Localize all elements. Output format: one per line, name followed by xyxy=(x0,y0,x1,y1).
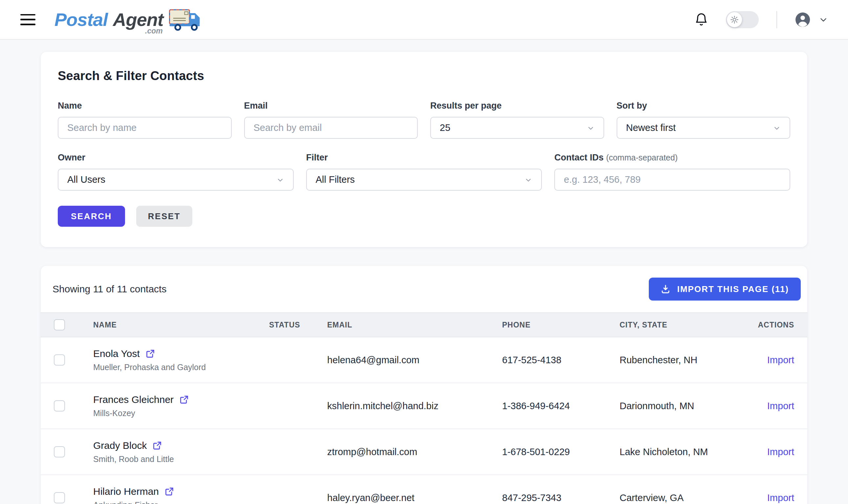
contact-email: haley.ryan@beer.net xyxy=(327,492,502,503)
chevron-down-icon xyxy=(587,124,595,132)
avatar-icon xyxy=(795,12,811,28)
header-divider xyxy=(776,11,777,28)
panel-title: Search & Filter Contacts xyxy=(58,69,790,83)
row-checkbox[interactable] xyxy=(54,446,65,457)
column-header-actions: ACTIONS xyxy=(750,321,807,329)
results-summary: Showing 11 of 11 contacts xyxy=(53,284,166,295)
reset-button[interactable]: RESET xyxy=(136,206,192,227)
contact-ids-hint: (comma-separated) xyxy=(606,153,678,162)
import-link[interactable]: Import xyxy=(767,492,794,503)
sort-by-select[interactable]: Newest first xyxy=(617,117,791,139)
name-field: Name xyxy=(58,101,232,139)
name-input[interactable] xyxy=(58,117,232,139)
filter-field: Filter All Filters xyxy=(306,152,542,191)
contact-name: Grady Block xyxy=(93,440,147,451)
column-header-name: NAME xyxy=(93,321,269,329)
owner-select[interactable]: All Users xyxy=(58,169,294,191)
contact-name: Enola Yost xyxy=(93,348,140,359)
chevron-down-icon xyxy=(276,176,284,184)
external-link-icon[interactable] xyxy=(152,441,162,450)
owner-field: Owner All Users xyxy=(58,152,294,191)
select-all-checkbox[interactable] xyxy=(54,319,65,330)
import-this-page-button[interactable]: IMPORT THIS PAGE (11) xyxy=(649,277,801,301)
sort-by-label: Sort by xyxy=(617,101,791,111)
import-this-page-label: IMPORT THIS PAGE (11) xyxy=(677,284,789,294)
sort-by-value: Newest first xyxy=(626,122,676,133)
hamburger-icon xyxy=(20,14,35,16)
email-field: Email xyxy=(244,101,418,139)
hamburger-menu-button[interactable] xyxy=(20,14,35,25)
contact-phone: 617-525-4138 xyxy=(502,355,619,365)
contact-email: helena64@gmail.com xyxy=(327,355,502,365)
contact-ids-input[interactable] xyxy=(554,169,790,191)
filter-label: Filter xyxy=(306,152,542,163)
name-label: Name xyxy=(58,101,232,111)
contact-city-state: Carterview, GA xyxy=(619,492,750,503)
theme-toggle-knob xyxy=(727,12,742,27)
email-label: Email xyxy=(244,101,418,111)
user-menu-button[interactable] xyxy=(795,12,828,28)
external-link-icon[interactable] xyxy=(165,487,174,496)
results-per-page-value: 25 xyxy=(440,122,450,133)
contact-company: Mills-Kozey xyxy=(93,409,269,418)
filter-value: All Filters xyxy=(316,174,355,185)
contact-company: Mueller, Prohaska and Gaylord xyxy=(93,363,269,372)
contacts-results-card: Showing 11 of 11 contacts IMPORT THIS PA… xyxy=(41,266,807,504)
download-icon xyxy=(661,284,670,294)
logo-com-text: .com xyxy=(145,26,163,35)
chevron-down-icon xyxy=(524,176,532,184)
app-logo: Postal Agent .com xyxy=(54,8,203,31)
results-per-page-label: Results per page xyxy=(430,101,604,111)
contact-city-state: Lake Nicholeton, NM xyxy=(619,447,750,457)
row-checkbox[interactable] xyxy=(54,492,65,503)
column-header-status: STATUS xyxy=(269,321,327,329)
external-link-icon[interactable] xyxy=(180,395,189,404)
table-row: Grady Block Smith, Roob and Little ztrom… xyxy=(41,429,807,475)
contact-company: Smith, Roob and Little xyxy=(93,454,269,464)
column-header-email: EMAIL xyxy=(327,321,502,329)
table-row: Enola Yost Mueller, Prohaska and Gaylord… xyxy=(41,337,807,383)
owner-value: All Users xyxy=(67,174,105,185)
column-header-city-state: CITY, STATE xyxy=(619,321,750,329)
email-input[interactable] xyxy=(244,117,418,139)
contact-phone: 847-295-7343 xyxy=(502,492,619,503)
mail-truck-icon xyxy=(169,8,203,31)
contact-email: kshlerin.mitchel@hand.biz xyxy=(327,401,502,412)
bell-icon xyxy=(694,12,709,27)
contact-company: Ankunding-Fisher xyxy=(93,500,269,504)
contact-ids-field: Contact IDs (comma-separated) xyxy=(554,152,790,191)
contact-name: Hilario Herman xyxy=(93,486,159,497)
theme-toggle[interactable] xyxy=(726,11,759,28)
table-row: Frances Gleichner Mills-Kozey kshlerin.m… xyxy=(41,383,807,429)
results-per-page-field: Results per page 25 xyxy=(430,101,604,139)
sort-by-field: Sort by Newest first xyxy=(617,101,791,139)
contact-ids-label: Contact IDs xyxy=(554,152,603,162)
contact-city-state: Rubenchester, NH xyxy=(619,355,750,365)
logo-postal-text: Postal xyxy=(54,9,108,30)
search-button[interactable]: SEARCH xyxy=(58,206,125,227)
notifications-button[interactable] xyxy=(694,12,709,27)
import-link[interactable]: Import xyxy=(767,355,794,365)
search-filter-card: Search & Filter Contacts Name Email Resu… xyxy=(41,52,807,247)
external-link-icon[interactable] xyxy=(146,349,155,358)
row-checkbox[interactable] xyxy=(54,354,65,365)
chevron-down-icon xyxy=(819,15,828,24)
results-per-page-select[interactable]: 25 xyxy=(430,117,604,139)
top-bar: Postal Agent .com xyxy=(0,0,848,40)
contact-phone: 1-678-501-0229 xyxy=(502,447,619,457)
import-link[interactable]: Import xyxy=(767,401,794,411)
chevron-down-icon xyxy=(773,124,781,132)
table-row: Hilario Herman Ankunding-Fisher haley.ry… xyxy=(41,475,807,504)
filter-select[interactable]: All Filters xyxy=(306,169,542,191)
sun-icon xyxy=(730,15,739,24)
owner-label: Owner xyxy=(58,152,294,163)
row-checkbox[interactable] xyxy=(54,400,65,412)
column-header-phone: PHONE xyxy=(502,321,619,329)
contact-city-state: Darionmouth, MN xyxy=(619,401,750,412)
import-link[interactable]: Import xyxy=(767,447,794,457)
contact-email: ztromp@hotmail.com xyxy=(327,447,502,457)
table-header-row: NAME STATUS EMAIL PHONE CITY, STATE ACTI… xyxy=(41,312,807,337)
contact-phone: 1-386-949-6424 xyxy=(502,401,619,412)
contact-name: Frances Gleichner xyxy=(93,394,174,405)
